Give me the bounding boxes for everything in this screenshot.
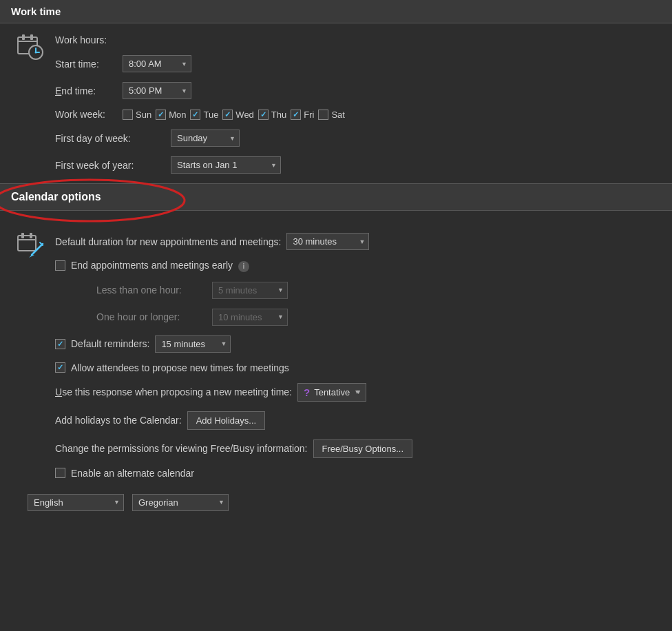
first-day-select[interactable]: Sunday Monday Saturday bbox=[171, 130, 240, 147]
tentative-select-wrapper[interactable]: ? Tentative ▼ bbox=[297, 383, 366, 402]
work-week-label: Work week: bbox=[55, 109, 117, 120]
day-sun: Sun bbox=[123, 110, 151, 120]
calendar-type-select-wrapper: Gregorian bbox=[132, 494, 229, 511]
allow-attendees-checkbox[interactable] bbox=[55, 362, 65, 373]
add-holidays-label: Add holidays to the Calendar: bbox=[55, 415, 182, 426]
less-than-hour-select[interactable]: 5 minutes 10 minutes bbox=[212, 282, 288, 299]
default-duration-select[interactable]: 30 minutes 15 minutes 45 minutes 1 hour bbox=[286, 233, 369, 250]
work-hours-label: Work hours: bbox=[55, 34, 107, 45]
day-sat: Sat bbox=[318, 110, 345, 120]
language-select-wrapper: English bbox=[28, 494, 124, 511]
calendar-options-section: Default duration for new appointments an… bbox=[0, 211, 672, 528]
svg-rect-11 bbox=[21, 233, 24, 238]
default-duration-row: Default duration for new appointments an… bbox=[55, 233, 644, 250]
default-reminders-checkbox[interactable] bbox=[55, 339, 65, 349]
one-hour-select[interactable]: 10 minutes 15 minutes bbox=[212, 309, 288, 326]
default-reminders-row: Default reminders: 15 minutes 5 minutes … bbox=[55, 335, 644, 353]
end-time-select-wrapper: 5:00 PM 5:30 PM 6:00 PM bbox=[123, 82, 191, 99]
change-permissions-label: Change the permissions for viewing Free/… bbox=[55, 443, 308, 454]
default-reminders-label: Default reminders: bbox=[71, 338, 149, 349]
tentative-label: Tentative bbox=[314, 387, 350, 397]
tentative-arrow-icon: ▼ bbox=[354, 389, 360, 395]
add-holidays-row: Add holidays to the Calendar: Add Holida… bbox=[55, 411, 644, 430]
end-early-checkbox[interactable] bbox=[55, 260, 65, 271]
one-hour-select-wrapper: 10 minutes 15 minutes bbox=[212, 309, 288, 326]
start-time-select[interactable]: 8:00 AM 8:30 AM 9:00 AM bbox=[123, 55, 191, 72]
use-response-label: Use this response when proposing a new m… bbox=[55, 386, 292, 397]
day-thu-checkbox[interactable] bbox=[258, 110, 269, 120]
day-sat-checkbox[interactable] bbox=[318, 110, 328, 120]
day-wed: Wed bbox=[222, 110, 254, 120]
enable-alternate-row: Enable an alternate calendar bbox=[55, 468, 644, 479]
free-busy-options-button[interactable]: Free/Busy Options... bbox=[313, 439, 413, 458]
first-day-label: First day of week: bbox=[55, 133, 165, 144]
svg-rect-3 bbox=[30, 34, 33, 40]
add-holidays-button[interactable]: Add Holidays... bbox=[187, 411, 265, 430]
end-early-info-icon[interactable]: i bbox=[238, 261, 249, 272]
use-response-row: Use this response when proposing a new m… bbox=[55, 383, 644, 402]
tentative-icon: ? bbox=[304, 386, 310, 398]
svg-line-15 bbox=[40, 242, 43, 245]
reminders-select[interactable]: 15 minutes 5 minutes 10 minutes 30 minut… bbox=[155, 335, 231, 353]
work-hours-icon bbox=[14, 30, 47, 63]
day-fri: Fri bbox=[291, 110, 314, 120]
calendar-type-select[interactable]: Gregorian bbox=[132, 494, 229, 511]
svg-line-13 bbox=[32, 244, 43, 255]
end-time-label: End time: bbox=[55, 85, 117, 96]
day-tue: Tue bbox=[190, 110, 218, 120]
svg-marker-14 bbox=[29, 255, 34, 258]
calendar-options-header: Calendar options bbox=[0, 183, 672, 211]
day-wed-checkbox[interactable] bbox=[222, 110, 233, 120]
start-time-label: Start time: bbox=[55, 59, 117, 70]
work-time-header: Work time bbox=[0, 0, 672, 23]
one-hour-row: One hour or longer: 10 minutes 15 minute… bbox=[55, 309, 644, 326]
calendar-edit-icon bbox=[14, 229, 47, 262]
enable-alternate-checkbox[interactable] bbox=[55, 468, 65, 478]
first-week-select[interactable]: Starts on Jan 1 First 4-day week First f… bbox=[171, 156, 281, 174]
svg-point-7 bbox=[35, 52, 37, 54]
work-time-section: Work time Work hours: bbox=[0, 0, 672, 183]
svg-rect-9 bbox=[18, 236, 36, 251]
default-duration-label: Default duration for new appointments an… bbox=[55, 236, 281, 247]
day-sun-checkbox[interactable] bbox=[123, 110, 133, 120]
enable-alternate-label: Enable an alternate calendar bbox=[71, 468, 194, 479]
less-than-hour-label: Less than one hour: bbox=[96, 285, 207, 296]
one-hour-label: One hour or longer: bbox=[96, 311, 207, 322]
day-tue-checkbox[interactable] bbox=[190, 110, 200, 120]
default-duration-select-wrapper: 30 minutes 15 minutes 45 minutes 1 hour bbox=[286, 233, 369, 250]
end-time-select[interactable]: 5:00 PM 5:30 PM 6:00 PM bbox=[123, 82, 191, 99]
day-mon-checkbox[interactable] bbox=[156, 110, 166, 120]
svg-rect-2 bbox=[22, 34, 25, 40]
work-time-title: Work time bbox=[11, 6, 61, 17]
day-mon: Mon bbox=[156, 110, 186, 120]
bottom-dropdowns: English Gregorian bbox=[14, 488, 658, 517]
language-select[interactable]: English bbox=[28, 494, 124, 511]
less-than-hour-row: Less than one hour: 5 minutes 10 minutes bbox=[55, 282, 644, 299]
day-thu: Thu bbox=[258, 110, 286, 120]
svg-rect-12 bbox=[30, 233, 32, 238]
calendar-options-title: Calendar options bbox=[11, 191, 101, 203]
day-fri-checkbox[interactable] bbox=[291, 110, 301, 120]
work-week-days: Sun Mon Tue Wed bbox=[123, 110, 345, 120]
allow-attendees-label: Allow attendees to propose new times for… bbox=[71, 362, 289, 373]
first-week-label: First week of year: bbox=[55, 160, 165, 171]
reminders-select-wrapper: 15 minutes 5 minutes 10 minutes 30 minut… bbox=[155, 335, 231, 353]
first-week-select-wrapper: Starts on Jan 1 First 4-day week First f… bbox=[171, 156, 281, 174]
less-than-hour-select-wrapper: 5 minutes 10 minutes bbox=[212, 282, 288, 299]
change-permissions-row: Change the permissions for viewing Free/… bbox=[55, 439, 644, 458]
start-time-select-wrapper: 8:00 AM 8:30 AM 9:00 AM bbox=[123, 55, 191, 72]
end-early-row: End appointments and meetings early i bbox=[55, 260, 644, 272]
allow-attendees-row: Allow attendees to propose new times for… bbox=[55, 362, 644, 373]
end-early-label: End appointments and meetings early i bbox=[71, 260, 249, 272]
first-day-select-wrapper: Sunday Monday Saturday bbox=[171, 130, 240, 147]
